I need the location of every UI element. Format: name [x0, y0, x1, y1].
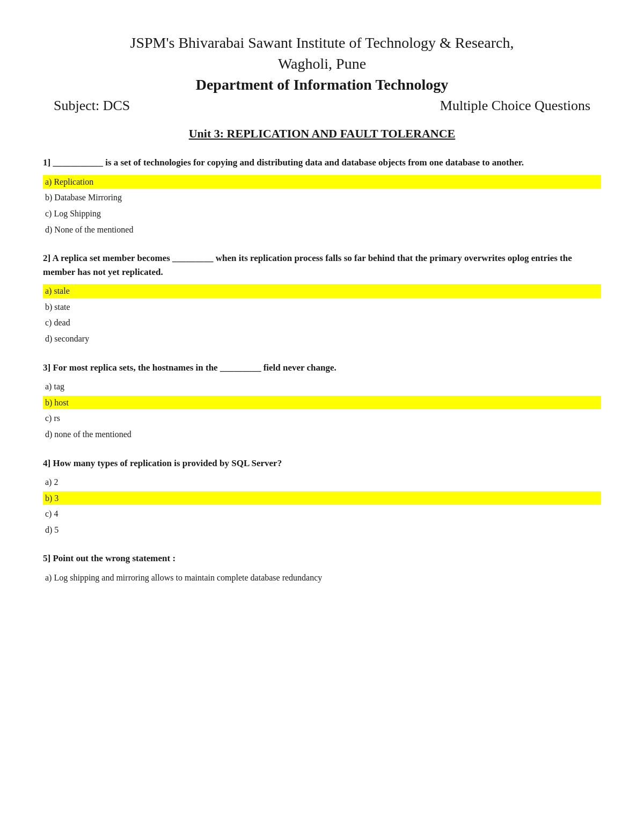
header-dept: Department of Information Technology	[43, 76, 601, 93]
question-3-option-2: b) host	[43, 396, 601, 410]
header-line2: Wagholi, Pune	[278, 55, 366, 72]
question-block-2: 2] A replica set member becomes ________…	[43, 251, 601, 345]
question-block-5: 5] Point out the wrong statement :a) Log…	[43, 552, 601, 584]
question-5-option-1: a) Log shipping and mirroring allows to …	[43, 571, 601, 585]
question-2-option-1: a) stale	[43, 284, 601, 298]
question-1-option-1: a) Replication	[43, 175, 601, 189]
mcq-label: Multiple Choice Questions	[440, 98, 590, 114]
unit-title: Unit 3: REPLICATION AND FAULT TOLERANCE	[43, 127, 601, 141]
subject-label: Subject: DCS	[54, 98, 130, 114]
question-1-option-2: b) Database Mirroring	[43, 191, 601, 205]
question-4-option-4: d) 5	[43, 523, 601, 537]
header-line1: JSPM's Bhivarabai Sawant Institute of Te…	[130, 34, 514, 51]
questions-container: 1] ___________ is a set of technologies …	[43, 156, 601, 584]
question-1-option-4: d) None of the mentioned	[43, 223, 601, 237]
question-block-1: 1] ___________ is a set of technologies …	[43, 156, 601, 236]
question-4-option-2: b) 3	[43, 491, 601, 505]
question-2-option-2: b) state	[43, 300, 601, 314]
question-4-option-1: a) 2	[43, 475, 601, 489]
question-text-1: 1] ___________ is a set of technologies …	[43, 156, 601, 170]
question-text-3: 3] For most replica sets, the hostnames …	[43, 361, 601, 375]
question-2-option-3: c) dead	[43, 316, 601, 330]
question-1-option-3: c) Log Shipping	[43, 207, 601, 221]
question-text-4: 4] How many types of replication is prov…	[43, 456, 601, 470]
question-text-5: 5] Point out the wrong statement :	[43, 552, 601, 565]
question-block-4: 4] How many types of replication is prov…	[43, 456, 601, 537]
question-block-3: 3] For most replica sets, the hostnames …	[43, 361, 601, 441]
header-subject-row: Subject: DCS Multiple Choice Questions	[43, 98, 601, 114]
question-3-option-3: c) rs	[43, 411, 601, 425]
question-4-option-3: c) 4	[43, 507, 601, 521]
question-3-option-4: d) none of the mentioned	[43, 427, 601, 441]
question-3-option-1: a) tag	[43, 380, 601, 394]
question-text-2: 2] A replica set member becomes ________…	[43, 251, 601, 279]
page-header: JSPM's Bhivarabai Sawant Institute of Te…	[43, 32, 601, 114]
question-2-option-4: d) secondary	[43, 332, 601, 346]
